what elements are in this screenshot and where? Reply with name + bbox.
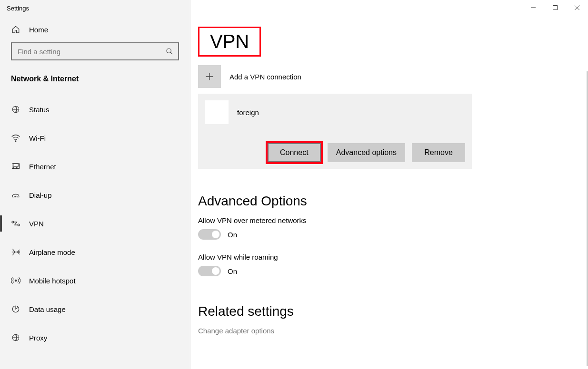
hotspot-icon bbox=[11, 276, 20, 285]
proxy-icon bbox=[11, 333, 20, 342]
advanced-options-button[interactable]: Advanced options bbox=[328, 143, 405, 162]
sidebar-category: Network & Internet bbox=[0, 64, 190, 87]
sidebar-item-label: Airplane mode bbox=[29, 248, 75, 256]
maximize-button[interactable] bbox=[544, 0, 566, 15]
nav-home[interactable]: Home bbox=[0, 14, 190, 42]
minimize-button[interactable] bbox=[522, 0, 544, 15]
data-usage-icon bbox=[11, 305, 20, 313]
search-input[interactable] bbox=[17, 47, 166, 56]
vpn-icon bbox=[11, 220, 20, 227]
sidebar-item-label: Proxy bbox=[29, 334, 47, 342]
main-content: VPN Add a VPN connection foreign Connect… bbox=[190, 0, 588, 369]
add-vpn-button[interactable]: Add a VPN connection bbox=[198, 65, 580, 88]
search-icon bbox=[166, 48, 173, 55]
vpn-connection-icon bbox=[205, 100, 229, 124]
add-vpn-label: Add a VPN connection bbox=[229, 73, 301, 81]
sidebar-item-dialup[interactable]: Dial-up bbox=[0, 184, 190, 206]
link-change-adapter-options[interactable]: Change adapter options bbox=[198, 327, 580, 335]
ethernet-icon bbox=[11, 163, 20, 170]
sidebar-item-label: Dial-up bbox=[29, 191, 52, 199]
toggle-label-roaming: Allow VPN while roaming bbox=[198, 253, 580, 261]
connect-button[interactable]: Connect bbox=[268, 143, 321, 162]
toggle-roaming[interactable] bbox=[198, 266, 221, 276]
sidebar-item-proxy[interactable]: Proxy bbox=[0, 327, 190, 349]
home-icon bbox=[11, 25, 20, 34]
advanced-options-heading: Advanced Options bbox=[198, 194, 580, 209]
sidebar-item-label: Status bbox=[29, 106, 50, 114]
remove-button[interactable]: Remove bbox=[412, 143, 465, 162]
dialup-icon bbox=[11, 192, 20, 198]
svg-point-8 bbox=[15, 280, 16, 281]
svg-point-6 bbox=[12, 221, 14, 223]
svg-rect-11 bbox=[553, 6, 558, 10]
sidebar-item-wifi[interactable]: Wi-Fi bbox=[0, 127, 190, 149]
svg-point-5 bbox=[15, 196, 16, 197]
search-box[interactable] bbox=[11, 42, 179, 60]
sidebar-item-status[interactable]: Status bbox=[0, 98, 190, 120]
vpn-connection-card[interactable]: foreign Connect Advanced options Remove bbox=[198, 94, 472, 169]
sidebar-item-datausage[interactable]: Data usage bbox=[0, 298, 190, 320]
vpn-connection-name: foreign bbox=[237, 108, 259, 117]
window-title: Settings bbox=[0, 0, 190, 14]
globe-icon bbox=[11, 105, 20, 114]
plus-icon bbox=[198, 65, 221, 88]
toggle-label-metered: Allow VPN over metered networks bbox=[198, 216, 580, 224]
toggle-metered[interactable] bbox=[198, 229, 221, 240]
airplane-icon bbox=[11, 248, 20, 256]
svg-point-0 bbox=[167, 49, 171, 53]
sidebar-item-airplane[interactable]: Airplane mode bbox=[0, 241, 190, 263]
sidebar-item-label: Wi-Fi bbox=[29, 134, 46, 142]
sidebar-item-label: Data usage bbox=[29, 305, 66, 313]
sidebar-item-label: VPN bbox=[29, 220, 44, 228]
sidebar-item-ethernet[interactable]: Ethernet bbox=[0, 155, 190, 177]
svg-rect-4 bbox=[13, 164, 19, 166]
svg-point-2 bbox=[15, 141, 16, 142]
page-title: VPN bbox=[198, 27, 261, 57]
related-settings-heading: Related settings bbox=[198, 304, 580, 319]
toggle-state-metered: On bbox=[228, 231, 237, 239]
sidebar: Settings Home Network & Internet Status bbox=[0, 0, 190, 369]
nav-home-label: Home bbox=[29, 26, 48, 34]
sidebar-item-label: Mobile hotspot bbox=[29, 277, 76, 285]
sidebar-item-vpn[interactable]: VPN bbox=[0, 213, 190, 234]
toggle-state-roaming: On bbox=[228, 267, 237, 275]
close-button[interactable] bbox=[566, 0, 588, 15]
svg-point-7 bbox=[18, 224, 20, 226]
wifi-icon bbox=[11, 134, 20, 142]
sidebar-item-hotspot[interactable]: Mobile hotspot bbox=[0, 270, 190, 291]
sidebar-item-label: Ethernet bbox=[29, 163, 56, 171]
